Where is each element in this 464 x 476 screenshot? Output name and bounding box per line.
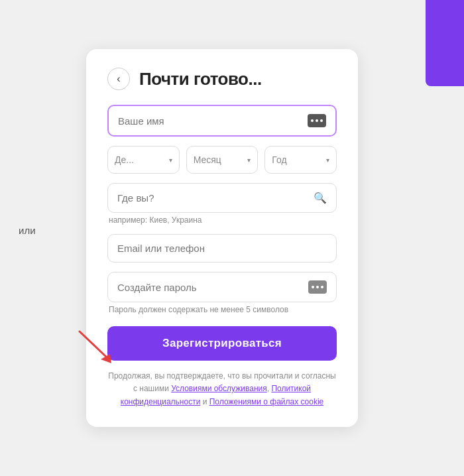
page-title: Почти готово... [139,69,262,89]
page-wrapper: или ‹ Почти готово... Де... ▾ [0,0,464,476]
keyboard-icon [308,114,326,127]
date-row: Де... ▾ Месяц ▾ Год ▾ [107,146,337,174]
year-label: Год [272,154,286,165]
day-select[interactable]: Де... ▾ [107,146,180,174]
password-toggle-icon[interactable] [308,280,327,294]
header-row: ‹ Почти готово... [107,68,337,90]
cookies-link[interactable]: Положениями о файлах cookie [209,397,323,406]
back-icon: ‹ [117,73,120,85]
month-label: Месяц [194,154,221,165]
password-input[interactable] [117,282,308,293]
name-field-wrapper[interactable] [107,105,337,137]
year-select[interactable]: Год ▾ [264,146,337,174]
purple-accent-bar [426,0,464,86]
password-hint: Пароль должен содержать не менее 5 симво… [107,305,337,314]
registration-card: ‹ Почти готово... Де... ▾ Месяц ▾ Год ▾ [86,49,358,427]
location-field-wrapper[interactable]: 🔍 [107,183,337,213]
location-hint: например: Киев, Украина [107,215,337,225]
year-chevron-icon: ▾ [326,156,329,164]
legal-text-3: и [200,397,209,406]
month-select[interactable]: Месяц ▾ [186,146,259,174]
day-label: Де... [115,154,134,165]
location-input[interactable] [117,192,314,204]
back-button[interactable]: ‹ [107,68,130,90]
email-input[interactable] [117,243,327,254]
email-field-wrapper[interactable] [107,234,337,263]
register-button[interactable]: Зарегистрироваться [107,326,337,361]
month-chevron-icon: ▾ [247,156,251,164]
svg-line-0 [80,331,106,357]
name-input[interactable] [118,115,308,127]
legal-text: Продолжая, вы подтверждаете, что вы проч… [107,370,337,408]
day-chevron-icon: ▾ [169,156,172,164]
password-field-wrapper[interactable] [107,272,337,302]
terms-link[interactable]: Условиями обслуживания [171,384,267,393]
or-label: или [19,225,36,236]
search-icon: 🔍 [314,192,327,204]
arrow-indicator [73,325,119,367]
